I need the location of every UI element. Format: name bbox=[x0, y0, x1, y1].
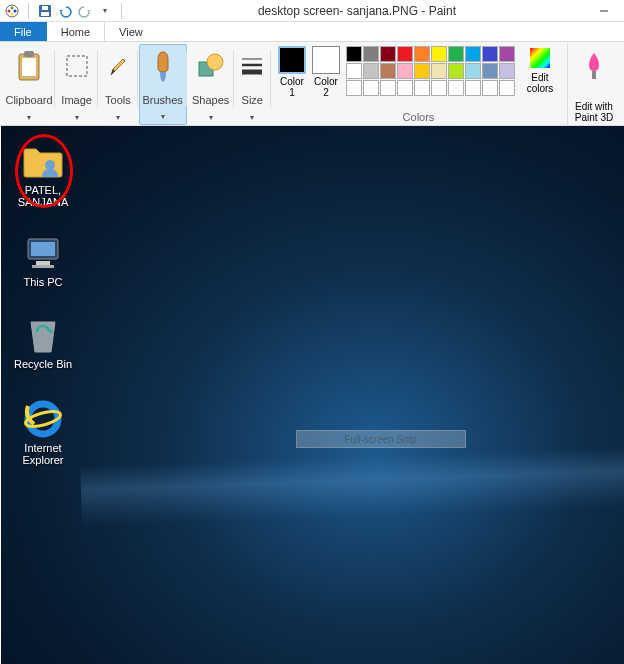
svg-rect-23 bbox=[36, 261, 50, 265]
svg-point-20 bbox=[45, 160, 55, 170]
qat-divider bbox=[28, 3, 29, 19]
chevron-down-icon: ▾ bbox=[8, 113, 50, 123]
chevron-down-icon: ▾ bbox=[193, 113, 229, 123]
ie-icon bbox=[22, 398, 64, 440]
color-swatch[interactable] bbox=[431, 80, 447, 96]
color-swatch[interactable] bbox=[465, 63, 481, 79]
ribbon-tabs: File Home View bbox=[0, 22, 624, 42]
desktop-image: PATEL, SANJANA This PC Recycle Bin Inter… bbox=[1, 126, 624, 664]
paint-app-icon bbox=[4, 3, 20, 19]
save-icon[interactable] bbox=[37, 3, 53, 19]
color-swatch[interactable] bbox=[499, 63, 515, 79]
color2-label: Color 2 bbox=[314, 74, 338, 98]
color-swatch[interactable] bbox=[448, 46, 464, 62]
desktop-icon-this-pc: This PC bbox=[5, 232, 81, 288]
title-bar: ▾ desktop screen- sanjana.PNG - Paint bbox=[0, 0, 624, 22]
desktop-icon-label: PATEL, SANJANA bbox=[5, 184, 81, 208]
color-swatch[interactable] bbox=[363, 63, 379, 79]
color-swatch[interactable] bbox=[397, 46, 413, 62]
redo-icon[interactable] bbox=[77, 3, 93, 19]
color1-label: Color 1 bbox=[280, 74, 304, 98]
chevron-down-icon: ▾ bbox=[60, 113, 93, 123]
brushes-label: Brushes bbox=[142, 92, 182, 108]
chevron-down-icon: ▾ bbox=[239, 113, 266, 123]
group-paint3d[interactable]: Edit with Paint 3D bbox=[567, 44, 620, 125]
color-swatch[interactable] bbox=[397, 63, 413, 79]
recycle-bin-icon bbox=[22, 314, 64, 356]
group-image[interactable]: Image ▾ bbox=[56, 44, 97, 125]
edit-colors-button[interactable]: Edit colors bbox=[521, 46, 559, 94]
color2-button[interactable]: Color 2 bbox=[312, 46, 340, 98]
undo-icon[interactable] bbox=[57, 3, 73, 19]
desktop-icon-label: This PC bbox=[5, 276, 81, 288]
rainbow-icon bbox=[528, 46, 552, 70]
svg-rect-24 bbox=[32, 265, 54, 268]
color-swatch[interactable] bbox=[448, 63, 464, 79]
tools-label: Tools bbox=[105, 92, 131, 108]
color-palette bbox=[346, 46, 515, 96]
color-swatch[interactable] bbox=[465, 46, 481, 62]
svg-rect-22 bbox=[31, 242, 55, 256]
light-streak bbox=[80, 446, 624, 526]
shapes-icon bbox=[197, 46, 225, 86]
color1-button[interactable]: Color 1 bbox=[278, 46, 306, 98]
color-swatch[interactable] bbox=[414, 63, 430, 79]
paint3d-label: Edit with Paint 3D bbox=[575, 101, 613, 123]
size-icon bbox=[240, 46, 264, 86]
desktop-icon-user-folder: PATEL, SANJANA bbox=[5, 140, 81, 208]
color-swatch[interactable] bbox=[380, 80, 396, 96]
group-clipboard[interactable]: Clipboard ▾ bbox=[4, 44, 54, 125]
tab-file[interactable]: File bbox=[0, 22, 47, 41]
color-swatch[interactable] bbox=[482, 46, 498, 62]
tab-home[interactable]: Home bbox=[47, 22, 105, 41]
desktop-icon-recycle-bin: Recycle Bin bbox=[5, 314, 81, 370]
color-swatch[interactable] bbox=[363, 46, 379, 62]
chevron-down-icon: ▾ bbox=[144, 112, 182, 122]
paint3d-icon bbox=[581, 46, 607, 86]
svg-rect-19 bbox=[592, 71, 596, 79]
color-swatch[interactable] bbox=[448, 80, 464, 96]
color-swatch[interactable] bbox=[346, 46, 362, 62]
svg-point-14 bbox=[207, 54, 223, 70]
color-swatch[interactable] bbox=[465, 80, 481, 96]
canvas-area[interactable]: PATEL, SANJANA This PC Recycle Bin Inter… bbox=[0, 126, 624, 664]
desktop-icon-label: Internet Explorer bbox=[5, 442, 81, 466]
color-swatch[interactable] bbox=[346, 63, 362, 79]
desktop-icon-ie: Internet Explorer bbox=[5, 398, 81, 466]
group-tools[interactable]: Tools ▾ bbox=[99, 44, 136, 125]
color-swatch[interactable] bbox=[380, 46, 396, 62]
svg-point-25 bbox=[28, 404, 58, 434]
color-swatch[interactable] bbox=[431, 63, 447, 79]
qat-dropdown-icon[interactable]: ▾ bbox=[97, 3, 113, 19]
chevron-down-icon: ▾ bbox=[103, 113, 132, 123]
group-colors: Color 1 Color 2 Edit colors Colors bbox=[272, 44, 565, 125]
color-swatch[interactable] bbox=[380, 63, 396, 79]
svg-point-1 bbox=[8, 9, 11, 12]
color-swatch[interactable] bbox=[482, 80, 498, 96]
group-shapes[interactable]: Shapes ▾ bbox=[189, 44, 233, 125]
color2-swatch bbox=[312, 46, 340, 74]
color-swatch[interactable] bbox=[431, 46, 447, 62]
tab-view[interactable]: View bbox=[105, 22, 158, 41]
window-title: desktop screen- sanjana.PNG - Paint bbox=[130, 4, 584, 18]
color-swatch[interactable] bbox=[397, 80, 413, 96]
pencil-icon bbox=[107, 46, 129, 86]
color1-swatch bbox=[278, 46, 306, 74]
color-swatch[interactable] bbox=[499, 80, 515, 96]
computer-icon bbox=[22, 232, 64, 274]
colors-group-label: Colors bbox=[403, 109, 435, 123]
svg-rect-7 bbox=[42, 6, 48, 10]
color-swatch[interactable] bbox=[499, 46, 515, 62]
color-swatch[interactable] bbox=[414, 46, 430, 62]
color-swatch[interactable] bbox=[414, 80, 430, 96]
shapes-label: Shapes bbox=[192, 92, 229, 108]
group-size[interactable]: Size ▾ bbox=[235, 44, 270, 125]
color-swatch[interactable] bbox=[482, 63, 498, 79]
group-brushes[interactable]: Brushes ▾ bbox=[139, 44, 187, 125]
color-swatch[interactable] bbox=[346, 80, 362, 96]
color-swatch[interactable] bbox=[363, 80, 379, 96]
image-label: Image bbox=[61, 92, 92, 108]
minimize-button[interactable] bbox=[584, 0, 624, 22]
qat-divider-2 bbox=[121, 3, 122, 19]
svg-point-4 bbox=[11, 12, 14, 15]
